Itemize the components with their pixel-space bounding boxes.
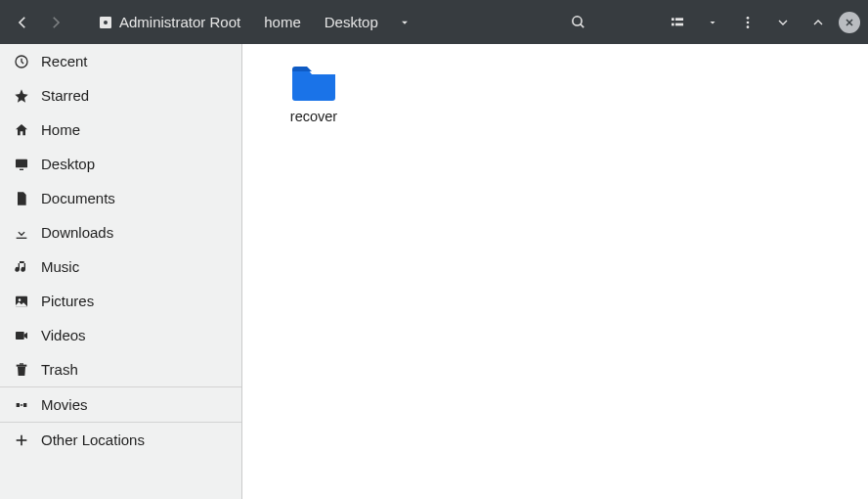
sidebar-item-starred[interactable]: Starred [0,78,241,113]
sidebar-item-label: Desktop [41,156,95,172]
kebab-icon [740,15,756,30]
path-root-label: Administrator Root [119,14,240,30]
back-button[interactable] [8,8,37,37]
svg-point-8 [747,17,750,20]
sidebar-item-label: Movies [41,396,88,413]
minimize-button[interactable] [768,8,798,37]
path-segment-desktop[interactable]: Desktop [313,8,390,36]
svg-point-9 [747,21,750,23]
folder-item-recover[interactable]: recover [260,56,368,130]
sidebar-item-other-locations[interactable]: Other Locations [0,423,241,457]
clock-icon [14,54,29,69]
sidebar-item-desktop[interactable]: Desktop [0,147,241,181]
close-icon [844,17,855,28]
disk-icon [98,15,113,30]
svg-rect-22 [17,403,20,407]
content-pane[interactable]: recover [242,44,868,499]
home-icon [14,122,29,138]
chevron-up-icon [810,15,826,30]
svg-rect-21 [20,363,23,364]
view-dropdown-button[interactable] [698,8,727,37]
pathbar: Administrator Root home Desktop [86,8,419,37]
svg-point-18 [19,298,22,301]
music-icon [14,259,29,275]
plus-icon [14,432,29,448]
chevron-down-icon [775,15,791,30]
list-icon [670,15,685,30]
folder-icon [290,62,337,101]
search-button[interactable] [563,8,592,37]
sidebar-item-videos[interactable]: Videos [0,318,241,352]
folder-label: recover [290,109,337,124]
search-icon [570,14,586,30]
videos-icon [14,328,29,343]
svg-rect-14 [16,159,27,167]
path-menu-button[interactable] [390,8,419,37]
sidebar-item-label: Other Locations [41,431,145,448]
close-button[interactable] [839,12,860,33]
sidebar-item-label: Starred [41,87,89,104]
svg-line-3 [580,24,583,27]
path-segment-label: home [264,14,301,30]
sidebar: Recent Starred Home Desktop Documents [0,44,242,499]
svg-rect-24 [21,404,23,405]
sidebar-item-label: Recent [41,53,88,69]
sidebar-item-label: Videos [41,327,86,343]
sidebar-item-label: Pictures [41,293,94,309]
hamburger-menu-button[interactable] [733,8,762,37]
sidebar-item-home[interactable]: Home [0,113,241,147]
sidebar-item-music[interactable]: Music [0,250,241,284]
sidebar-item-downloads[interactable]: Downloads [0,215,241,250]
svg-rect-23 [23,403,26,407]
star-icon [14,88,29,104]
sidebar-item-label: Home [41,121,80,138]
header-toolbar: Administrator Root home Desktop [0,0,868,44]
sidebar-item-trash[interactable]: Trash [0,352,241,386]
svg-rect-19 [16,332,24,340]
sidebar-item-label: Music [41,258,79,275]
drive-icon [14,397,29,413]
toolbar-right [563,8,860,37]
svg-rect-5 [675,18,683,21]
svg-rect-6 [672,23,674,25]
sidebar-item-movies[interactable]: Movies [0,387,241,422]
downloads-icon [14,225,29,241]
svg-rect-7 [675,23,683,25]
view-list-button[interactable] [663,8,692,37]
trash-icon [14,362,29,378]
desktop-icon [14,157,29,172]
path-segment-label: Desktop [325,14,378,30]
sidebar-item-label: Downloads [41,224,113,241]
forward-button[interactable] [41,8,70,37]
svg-rect-20 [17,364,27,366]
sidebar-item-label: Documents [41,190,115,206]
svg-point-1 [104,21,108,24]
svg-rect-15 [20,168,23,169]
sidebar-item-pictures[interactable]: Pictures [0,284,241,318]
svg-point-10 [747,25,750,28]
path-segment-home[interactable]: home [252,8,313,36]
documents-icon [14,191,29,206]
chevron-down-icon [707,17,718,28]
sidebar-item-documents[interactable]: Documents [0,181,241,215]
svg-rect-4 [672,18,674,21]
svg-point-2 [572,17,581,25]
maximize-button[interactable] [803,8,833,37]
pictures-icon [14,294,29,309]
sidebar-item-label: Trash [41,361,78,378]
path-root-admin[interactable]: Administrator Root [86,8,252,36]
sidebar-item-recent[interactable]: Recent [0,44,241,78]
svg-rect-16 [17,237,27,238]
